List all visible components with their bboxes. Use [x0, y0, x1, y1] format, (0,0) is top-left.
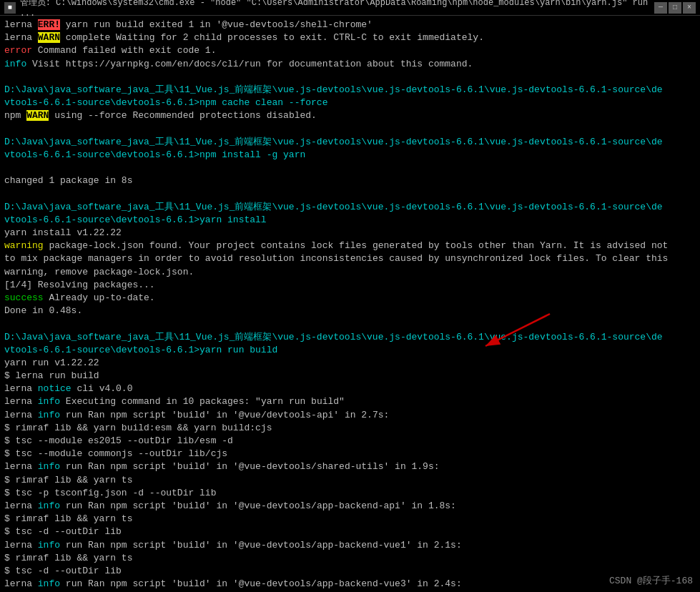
terminal-line: $ rimraf lib && yarn ts — [4, 552, 696, 565]
terminal-line: vtools-6.6.1-source\devtools-6.6.1>npm i… — [4, 149, 696, 162]
app-icon-symbol: ■ — [8, 4, 12, 11]
terminal-line: lerna ERR! yarn run build exited 1 in '@… — [4, 19, 696, 31]
terminal-line: lerna info run Ran npm script 'build' in… — [4, 578, 696, 591]
terminal-line: error Command failed with exit code 1. — [4, 44, 696, 57]
terminal-line: $ tsc -p tsconfig.json -d --outDir lib — [4, 487, 696, 500]
terminal-line: $ tsc --module commonjs --outDir lib/cjs — [4, 448, 696, 460]
terminal-line: npm WARN using --force Recommended prote… — [4, 109, 696, 122]
terminal-line: vtools-6.6.1-source\devtools-6.6.1>yarn … — [4, 214, 696, 227]
terminal-line: warning, remove package-lock.json. — [4, 266, 696, 279]
close-button[interactable]: × — [683, 2, 696, 14]
terminal-line: warning package-lock.json found. Your pr… — [4, 240, 696, 252]
minimize-button[interactable]: ─ — [654, 2, 667, 14]
terminal-line: lerna info run Ran npm script 'build' in… — [4, 460, 696, 473]
terminal-line: yarn run v1.22.22 — [4, 357, 696, 370]
terminal-line: info Visit https://yarnpkg.com/en/docs/c… — [4, 58, 696, 71]
terminal-line: success Already up-to-date. — [4, 292, 696, 305]
terminal-line — [4, 71, 696, 84]
terminal-line — [4, 317, 696, 330]
terminal-line — [4, 187, 696, 200]
app-icon: ■ — [4, 2, 16, 14]
terminal-line: lerna notice cli v4.0.0 — [4, 383, 696, 395]
window-controls: ─ □ × — [654, 2, 696, 14]
watermark: CSDN @段子手-168 — [609, 575, 693, 588]
terminal-line: $ rimraf lib && yarn ts — [4, 513, 696, 526]
terminal-line: to mix package managers in order to avoi… — [4, 252, 696, 265]
terminal-line: vtools-6.6.1-source\devtools-6.6.1>npm c… — [4, 97, 696, 109]
terminal-line: $ rimraf lib && yarn build:esm && yarn b… — [4, 422, 696, 435]
terminal-line: D:\Java\java_software_java_工具\11_Vue.js_… — [4, 201, 696, 214]
terminal-line: D:\Java\java_software_java_工具\11_Vue.js_… — [4, 331, 696, 344]
maximize-button[interactable]: □ — [669, 2, 681, 14]
terminal-line: lerna info run Ran npm script 'build' in… — [4, 500, 696, 513]
title-bar: ■ 管理员: C:\windows\system32\cmd.exe - "no… — [0, 0, 700, 16]
terminal-line: $ tsc -d --outDir lib — [4, 526, 696, 538]
terminal-line — [4, 162, 696, 174]
terminal-line: lerna info run Ran npm script 'build' in… — [4, 409, 696, 422]
terminal-line: lerna info Executing command in 10 packa… — [4, 395, 696, 408]
terminal-line: $ lerna run build — [4, 370, 696, 383]
terminal-line: D:\Java\java_software_java_工具\11_Vue.js_… — [4, 136, 696, 149]
terminal-line: vtools-6.6.1-source\devtools-6.6.1>yarn … — [4, 344, 696, 357]
terminal-output: lerna ERR! yarn run build exited 1 in '@… — [0, 16, 700, 592]
terminal-line: $ tsc -d --outDir lib — [4, 565, 696, 578]
terminal-line: [1/4] Resolving packages... — [4, 279, 696, 292]
terminal-line: D:\Java\java_software_java_工具\11_Vue.js_… — [4, 84, 696, 97]
terminal-line: $ rimraf lib && yarn ts — [4, 474, 696, 487]
terminal-line: changed 1 package in 8s — [4, 174, 696, 187]
terminal-line: lerna WARN complete Waiting for 2 child … — [4, 31, 696, 44]
terminal-line: $ tsc --module es2015 --outDir lib/esm -… — [4, 435, 696, 448]
terminal-line: Done in 0.48s. — [4, 305, 696, 317]
terminal-line: yarn install v1.22.22 — [4, 227, 696, 240]
terminal-line: lerna info run Ran npm script 'build' in… — [4, 539, 696, 552]
terminal-line — [4, 123, 696, 136]
